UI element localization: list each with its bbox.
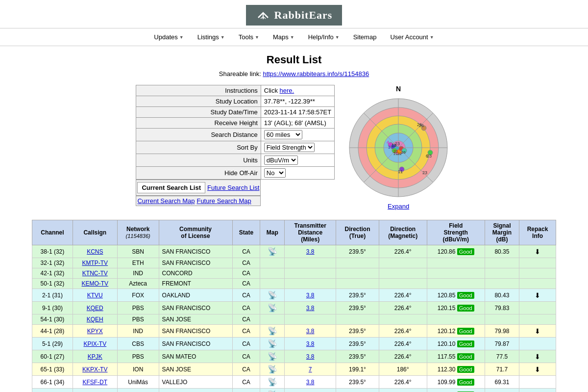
good-badge: Good: [457, 328, 474, 335]
repack-icon: ⬇: [535, 327, 540, 335]
cell-community: FREMONT: [159, 279, 232, 289]
current-search-map-button[interactable]: Current Search Map: [137, 197, 195, 205]
cell-repack: [519, 268, 556, 279]
cell-signal-margin: [485, 279, 519, 289]
receive-height-value: 13' (AGL); 68' (AMSL): [261, 118, 334, 129]
logo[interactable]: RabbitEars: [246, 5, 343, 26]
cell-repack: [519, 258, 556, 268]
nav-user-account[interactable]: User Account ▼: [384, 31, 440, 43]
units-select[interactable]: dBuV/m dBm: [264, 156, 298, 165]
cell-map: [260, 279, 285, 289]
cell-repack: [519, 314, 556, 325]
col-header-distance: TransmitterDistance(Miles): [285, 220, 336, 245]
shareable-url[interactable]: https://www.rabbitears.info/s/1154836: [263, 70, 369, 78]
map-icon: 📡: [268, 291, 277, 299]
cell-dir-mag: [379, 279, 427, 289]
study-location-value: 37.78**, -122.39**: [261, 96, 334, 107]
sort-by-select[interactable]: Field Strength Channel Callsign: [264, 143, 315, 152]
map-icon: 📡: [268, 365, 277, 373]
search-distance-select[interactable]: 60 miles 30 miles 100 miles: [264, 130, 302, 139]
hide-offair-select[interactable]: No Yes: [264, 168, 286, 178]
cell-repack: ⬇: [519, 389, 556, 392]
cell-field-strength: [427, 314, 485, 325]
cell-map: 📡: [260, 376, 285, 389]
good-badge: Good: [457, 248, 474, 255]
cell-repack: [519, 279, 556, 289]
shareable-link: Shareable link: https://www.rabbitears.i…: [32, 70, 556, 78]
cell-network: CBS: [117, 338, 159, 350]
cell-community: OAKLAND: [159, 289, 232, 302]
cell-community: SAN FRANCISCO: [159, 302, 232, 314]
cell-dir-mag: 226.4°: [379, 325, 427, 338]
cell-signal-margin: 77.5: [485, 350, 519, 363]
cell-callsign: KKPX-TV: [73, 363, 117, 376]
svg-text:26: 26: [417, 122, 422, 127]
col-header-dir-true: Direction(True): [336, 220, 379, 245]
cell-distance: 3.8: [285, 376, 336, 389]
header: RabbitEars: [0, 0, 588, 28]
cell-channel: 50-1 (32): [32, 279, 73, 289]
cell-callsign: KTVU: [73, 289, 117, 302]
cell-dir-true: 239.5°: [336, 376, 379, 389]
cell-callsign: KPIX-TV: [73, 338, 117, 350]
cell-state: CA: [232, 302, 260, 314]
cell-callsign: KPJK: [73, 350, 117, 363]
cell-dir-mag: 226.4°: [379, 350, 427, 363]
cell-distance: [285, 314, 336, 325]
cell-network: FOX: [117, 289, 159, 302]
instructions-label: Instructions: [136, 85, 261, 96]
nav-help-arrow: ▼: [335, 35, 340, 40]
good-badge: Good: [457, 366, 474, 373]
current-search-list-button[interactable]: Current Search List: [137, 182, 205, 193]
col-header-field: FieldStrength(dBuV/m): [427, 220, 485, 245]
cell-community: SAN JOSE: [159, 314, 232, 325]
cell-distance: 3.8: [285, 389, 336, 392]
cell-network: PBS: [117, 350, 159, 363]
map-buttons: Current Search Map Future Search Map: [136, 196, 261, 206]
cell-network: SBN: [117, 245, 159, 258]
cell-state: CA: [232, 363, 260, 376]
cell-community: VALLEJO: [159, 376, 232, 389]
hide-offair-cell: No Yes: [261, 167, 334, 180]
col-header-channel: Channel: [32, 220, 73, 245]
instructions-link[interactable]: here.: [280, 87, 294, 94]
nav-listings[interactable]: Listings ▼: [191, 31, 231, 43]
cell-dir-mag: 226.4°: [379, 338, 427, 350]
col-header-dir-mag: Direction(Magnetic): [379, 220, 427, 245]
nav-sitemap[interactable]: Sitemap: [347, 31, 383, 43]
compass-expand-link[interactable]: Expand: [344, 203, 452, 210]
cell-distance: 3.8: [285, 350, 336, 363]
cell-community: SAN FRANCISCO: [159, 258, 232, 268]
study-location-label: Study Location: [136, 96, 261, 107]
map-icon: 📡: [268, 340, 277, 348]
units-cell: dBuV/m dBm: [261, 154, 334, 167]
cell-channel: 5-1 (29): [32, 338, 73, 350]
cell-callsign: KCNS: [73, 245, 117, 258]
nav-tools[interactable]: Tools ▼: [232, 31, 266, 43]
table-row: 42-1 (32)KTNC-TVINDCONCORDCA: [32, 268, 556, 279]
search-distance-cell: 60 miles 30 miles 100 miles: [261, 129, 334, 141]
cell-repack: ⬇: [519, 245, 556, 258]
col-header-callsign: Callsign: [73, 220, 117, 245]
search-distance-label: Search Distance: [136, 129, 261, 141]
cell-callsign: KFSF-DT: [73, 376, 117, 389]
nav-help[interactable]: Help/Info ▼: [302, 31, 346, 43]
cell-state: CA: [232, 245, 260, 258]
cell-network: IND: [117, 325, 159, 338]
cell-map: [260, 268, 285, 279]
nav-updates[interactable]: Updates ▼: [147, 31, 190, 43]
future-search-list-button[interactable]: Future Search List: [207, 182, 259, 193]
good-badge: Good: [457, 305, 474, 312]
cell-distance: [285, 258, 336, 268]
map-icon: 📡: [268, 304, 277, 312]
cell-channel: 44-1 (28): [32, 325, 73, 338]
future-search-map-button[interactable]: Future Search Map: [196, 197, 251, 205]
cell-dir-mag: 186°: [379, 363, 427, 376]
cell-dir-mag: 226.4°: [379, 389, 427, 392]
cell-state: CA: [232, 338, 260, 350]
nav: Updates ▼ Listings ▼ Tools ▼ Maps ▼ Help…: [0, 28, 588, 46]
cell-repack: ⬇: [519, 289, 556, 302]
nav-maps[interactable]: Maps ▼: [267, 31, 301, 43]
main-area: Instructions Click here. Study Location …: [32, 85, 556, 210]
receive-height-label: Receive Height: [136, 118, 261, 129]
